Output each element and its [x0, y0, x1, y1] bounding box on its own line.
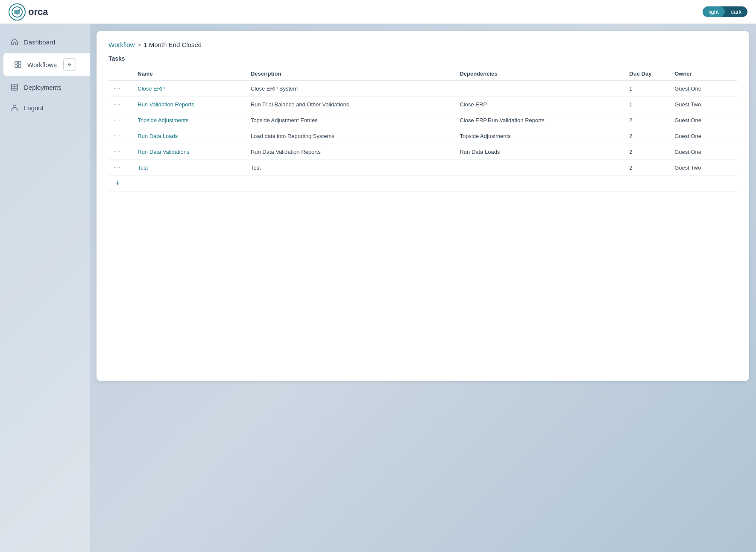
sidebar-toggle-button[interactable]: [63, 58, 76, 71]
task-dependencies-cell: Run Data Loads: [454, 144, 624, 160]
table-row: ···Close ERPClose ERP System1Guest One: [108, 81, 737, 97]
task-description-cell: Load data into Reporting Systems: [246, 128, 455, 144]
svg-rect-4: [18, 62, 21, 64]
task-dependencies-cell: [454, 160, 624, 176]
task-owner-cell: Guest One: [669, 81, 737, 97]
dots-menu-button[interactable]: ···: [114, 164, 120, 171]
row-dots-menu[interactable]: ···: [108, 97, 132, 112]
add-task-row: +: [108, 176, 737, 192]
col-header-dependencies: Dependencies: [454, 67, 624, 81]
task-owner-cell: Guest One: [669, 144, 737, 160]
table-row: ···Run Data LoadsLoad data into Reportin…: [108, 128, 737, 144]
sidebar-item-workflows[interactable]: Workflows: [3, 53, 90, 76]
table-row: ···Run Validation ReportsRun Trial Balan…: [108, 97, 737, 112]
col-header-due-day: Due Day: [624, 67, 669, 81]
task-name-cell: Topside Adjustments: [132, 112, 246, 128]
table-row: ···TestTest2Guest Two: [108, 160, 737, 176]
task-dependencies-cell: Close ERP: [454, 97, 624, 112]
sidebar: Dashboard Workflows: [0, 24, 90, 552]
row-dots-menu[interactable]: ···: [108, 112, 132, 128]
task-description-cell: Test: [246, 160, 455, 176]
task-due-day-cell: 1: [624, 97, 669, 112]
add-task-empty-cell: [669, 176, 737, 192]
dots-menu-button[interactable]: ···: [114, 148, 120, 155]
app-header: orca light dark: [0, 0, 756, 24]
svg-rect-7: [12, 84, 18, 90]
task-name-link[interactable]: Close ERP: [138, 85, 165, 92]
dots-menu-button[interactable]: ···: [114, 100, 120, 108]
breadcrumb: Workflow > 1.Month End Closed: [108, 41, 737, 48]
svg-point-2: [18, 9, 20, 11]
task-description-cell: Run Data Validation Reports: [246, 144, 455, 160]
content-card: Workflow > 1.Month End Closed Tasks Name…: [97, 31, 749, 381]
row-dots-menu[interactable]: ···: [108, 160, 132, 176]
theme-toggle[interactable]: light dark: [703, 6, 747, 17]
task-name-link[interactable]: Run Data Loads: [138, 133, 178, 139]
task-name-link[interactable]: Run Data Validations: [138, 149, 189, 155]
task-dependencies-cell: Close ERP,Run Validation Reports: [454, 112, 624, 128]
tasks-section-title: Tasks: [108, 55, 737, 62]
sidebar-item-dashboard[interactable]: Dashboard: [0, 32, 90, 51]
task-description-cell: Run Trial Balance and Other Validations: [246, 97, 455, 112]
task-dependencies-cell: Topside Adjustments: [454, 128, 624, 144]
svg-rect-6: [18, 65, 21, 68]
add-task-button[interactable]: +: [114, 178, 122, 189]
breadcrumb-current: 1.Month End Closed: [144, 41, 202, 48]
tasks-table: Name Description Dependencies Due Day Ow…: [108, 67, 737, 192]
add-task-empty-cell: [454, 176, 624, 192]
task-name-cell: Test: [132, 160, 246, 176]
task-owner-cell: Guest Two: [669, 160, 737, 176]
theme-dark-button[interactable]: dark: [725, 6, 747, 17]
task-name-cell: Run Validation Reports: [132, 97, 246, 112]
task-name-cell: Run Data Validations: [132, 144, 246, 160]
main-content: Workflow > 1.Month End Closed Tasks Name…: [90, 24, 756, 552]
task-due-day-cell: 2: [624, 144, 669, 160]
add-task-cell[interactable]: +: [108, 176, 132, 192]
col-header-description: Description: [246, 67, 455, 81]
logo-icon: [9, 3, 26, 21]
task-name-cell: Close ERP: [132, 81, 246, 97]
sidebar-label-dashboard: Dashboard: [24, 38, 55, 46]
row-dots-menu[interactable]: ···: [108, 144, 132, 160]
theme-light-button[interactable]: light: [703, 6, 725, 17]
sidebar-label-deployments: Deployments: [24, 84, 62, 91]
table-icon: [10, 83, 19, 91]
col-header-owner: Owner: [669, 67, 737, 81]
grid-icon: [14, 60, 22, 69]
app-name: orca: [28, 6, 48, 18]
home-icon: [10, 38, 19, 46]
col-header-name: Name: [132, 67, 246, 81]
row-dots-menu[interactable]: ···: [108, 128, 132, 144]
task-description-cell: Close ERP System: [246, 81, 455, 97]
task-due-day-cell: 1: [624, 81, 669, 97]
task-name-link[interactable]: Run Validation Reports: [138, 101, 194, 108]
table-row: ···Run Data ValidationsRun Data Validati…: [108, 144, 737, 160]
task-dependencies-cell: [454, 81, 624, 97]
row-dots-menu[interactable]: ···: [108, 81, 132, 97]
add-task-empty-cell: [132, 176, 246, 192]
page-layout: Dashboard Workflows: [0, 24, 756, 552]
task-owner-cell: Guest One: [669, 112, 737, 128]
add-task-empty-cell: [246, 176, 455, 192]
task-due-day-cell: 2: [624, 160, 669, 176]
task-description-cell: Topside Adjustment Entries: [246, 112, 455, 128]
task-due-day-cell: 2: [624, 112, 669, 128]
sidebar-item-deployments[interactable]: Deployments: [0, 78, 90, 97]
task-name-cell: Run Data Loads: [132, 128, 246, 144]
dots-menu-button[interactable]: ···: [114, 85, 120, 92]
breadcrumb-parent[interactable]: Workflow: [108, 41, 135, 48]
svg-rect-5: [15, 65, 18, 68]
task-name-link[interactable]: Test: [138, 164, 148, 171]
breadcrumb-separator: >: [137, 41, 141, 48]
dots-menu-button[interactable]: ···: [114, 116, 120, 123]
dots-menu-button[interactable]: ···: [114, 132, 120, 139]
svg-rect-3: [15, 62, 18, 64]
sidebar-item-logout[interactable]: Logout: [0, 98, 90, 117]
table-row: ···Topside AdjustmentsTopside Adjustment…: [108, 112, 737, 128]
task-owner-cell: Guest One: [669, 128, 737, 144]
task-due-day-cell: 2: [624, 128, 669, 144]
col-header-actions: [108, 67, 132, 81]
task-name-link[interactable]: Topside Adjustments: [138, 117, 188, 123]
app-logo: orca: [9, 3, 48, 21]
sidebar-label-logout: Logout: [24, 104, 44, 112]
